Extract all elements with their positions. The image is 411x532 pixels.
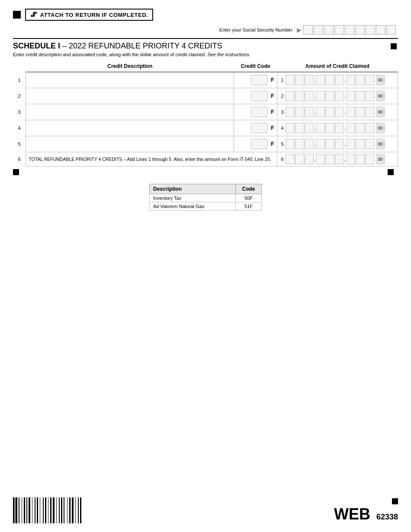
code-cell-4: F: [234, 120, 277, 136]
code-input-1[interactable]: [251, 75, 267, 85]
table-row-5: 5 F 5 ,: [13, 136, 398, 152]
schedule-title: SCHEDULE I – 2022 REFUNDABLE PRIORITY 4 …: [13, 42, 389, 51]
table-row-4: 4 F 4 ,: [13, 120, 398, 136]
ssn-box-7[interactable]: [366, 25, 375, 35]
amt-box-1c[interactable]: [305, 75, 314, 85]
desc-cell-4[interactable]: [26, 120, 234, 136]
th-credit-description: Credit Description: [26, 61, 234, 72]
code-cell-5: F: [234, 136, 277, 152]
f-label-1: F: [271, 77, 274, 83]
line-6: 6: [13, 152, 26, 167]
desc-cell-1[interactable]: [26, 72, 234, 88]
form-number: 62338: [376, 513, 398, 522]
amount-cell-5: 5 , , . 00: [277, 136, 398, 152]
amount-line-5: 5: [280, 141, 285, 147]
footer: WEB 62338: [13, 497, 398, 523]
amount-line-4: 4: [280, 125, 285, 131]
paperclip-icon: 🖇: [30, 11, 38, 19]
ssn-arrow-icon: ▶: [297, 26, 302, 33]
title-left: SCHEDULE I – 2022 REFUNDABLE PRIORITY 4 …: [13, 42, 389, 57]
f-label-3: F: [271, 109, 274, 115]
code-input-5[interactable]: [251, 139, 267, 149]
main-table: Credit Description Credit Code Amount of…: [13, 61, 398, 167]
barcode-bar: [13, 497, 14, 523]
amt-box-1i[interactable]: [365, 75, 374, 85]
attach-label: 🖇 ATTACH TO RETURN IF COMPLETED.: [25, 9, 153, 21]
web-label: WEB: [334, 505, 370, 523]
amt-box-1h[interactable]: [356, 75, 365, 85]
desc-code-row-1: Inventory Tax 50F: [150, 194, 262, 202]
cents-label-1: 00: [376, 75, 385, 85]
amt-box-1d[interactable]: [316, 75, 325, 85]
amount-line-3: 3: [280, 109, 285, 115]
ssn-box-6[interactable]: [355, 25, 365, 35]
black-square-title: [391, 43, 397, 49]
amount-line-2: 2: [280, 93, 285, 99]
code-input-4[interactable]: [251, 123, 267, 133]
th-code: Code: [236, 184, 262, 194]
title-right: [389, 42, 398, 49]
code-cell-1: F: [234, 72, 277, 88]
ssn-box-5[interactable]: [345, 25, 354, 35]
code-input-2[interactable]: [251, 91, 267, 101]
f-label-4: F: [271, 125, 274, 131]
ssn-box-4[interactable]: [334, 25, 344, 35]
amount-cell-1: 1 , , . 00: [277, 72, 398, 88]
barcode: [13, 497, 81, 523]
desc-cell-3[interactable]: [26, 104, 234, 120]
title-section: SCHEDULE I – 2022 REFUNDABLE PRIORITY 4 …: [13, 38, 398, 57]
desc-cell-5[interactable]: [26, 136, 234, 152]
cents-label-4: 00: [376, 123, 385, 133]
th-credit-code: Credit Code: [234, 61, 277, 72]
black-square-header: [13, 11, 21, 19]
amount-cell-3: 3 , , . 00: [277, 104, 398, 120]
subtitle-text: Enter credit description and associated …: [13, 52, 389, 57]
line-5: 5: [13, 136, 26, 152]
amount-cell-2: 2 , , . 00: [277, 88, 398, 104]
black-square-bottom-left: [13, 169, 19, 175]
ssn-box-8[interactable]: [376, 25, 385, 35]
th-amount: Amount of Credit Claimed: [277, 61, 398, 72]
f-label-5: F: [271, 141, 274, 147]
amt-box-1b[interactable]: [295, 75, 304, 85]
code-cell-2: F: [234, 88, 277, 104]
cents-label-2: 00: [376, 91, 385, 101]
amt-box-1g[interactable]: [346, 75, 355, 85]
desc-code-desc-2: Ad Valorem Natural Gas: [150, 202, 236, 211]
ssn-box-2[interactable]: [314, 25, 323, 35]
ssn-box-3[interactable]: [324, 25, 334, 35]
desc-code-row-2: Ad Valorem Natural Gas 51F: [150, 202, 262, 211]
table-row-2: 2 F 2 ,: [13, 88, 398, 104]
cents-label-3: 00: [376, 107, 385, 117]
footer-right: WEB 62338: [334, 498, 398, 523]
footer-black-square: [392, 498, 398, 504]
ssn-boxes: [303, 25, 396, 35]
header-bar: 🖇 ATTACH TO RETURN IF COMPLETED.: [13, 9, 398, 21]
amt-box-1e[interactable]: [325, 75, 334, 85]
ssn-row: Enter your Social Security Number. ▶: [13, 25, 398, 35]
desc-cell-2[interactable]: [26, 88, 234, 104]
desc-code-desc-1: Inventory Tax: [150, 194, 236, 202]
amount-cell-4: 4 , , . 00: [277, 120, 398, 136]
ssn-box-9[interactable]: [386, 25, 396, 35]
code-cell-3: F: [234, 104, 277, 120]
ssn-label: Enter your Social Security Number.: [219, 27, 293, 32]
th-line: [13, 61, 26, 72]
desc-code-table: Description Code Inventory Tax 50F Ad Va…: [149, 184, 262, 211]
code-input-3[interactable]: [251, 107, 267, 117]
amount-cell-6: 6 , , . 00: [277, 152, 398, 167]
table-row-3: 3 F 3 ,: [13, 104, 398, 120]
cents-label-5: 00: [376, 139, 385, 149]
line-3: 3: [13, 104, 26, 120]
amt-box-1f[interactable]: [335, 75, 344, 85]
ssn-box-1[interactable]: [303, 25, 313, 35]
black-square-bottom-right: [388, 169, 394, 175]
th-description: Description: [150, 184, 236, 194]
desc-code-code-1: 50F: [236, 194, 262, 202]
amount-line-1: 1: [280, 77, 285, 83]
amt-box-1a[interactable]: [286, 75, 295, 85]
bottom-bar-row: [13, 169, 398, 175]
table-row-total: 6 TOTAL REFUNDABLE PRIORITY 4 CREDITS – …: [13, 152, 398, 167]
cents-label-6: 00: [376, 154, 385, 164]
line-4: 4: [13, 120, 26, 136]
